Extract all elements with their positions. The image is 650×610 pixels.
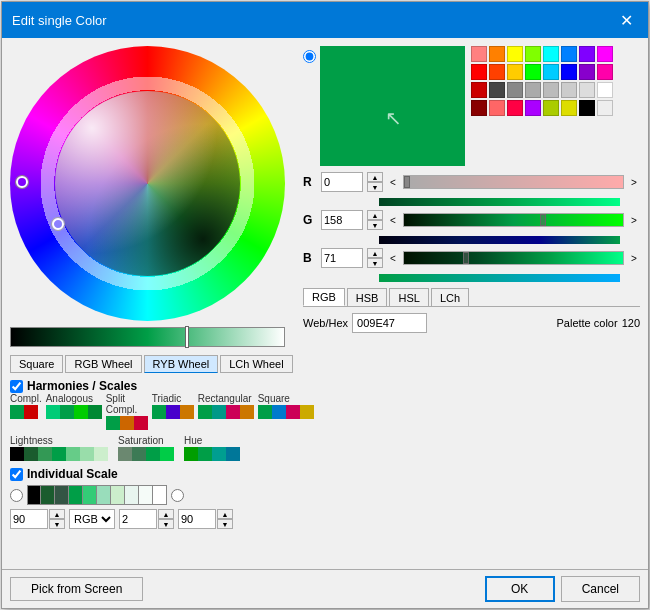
r-spin-down[interactable]: ▼	[367, 182, 383, 192]
individual-num2-input[interactable]	[119, 509, 157, 529]
pick-from-screen-button[interactable]: Pick from Screen	[10, 577, 143, 601]
b-track[interactable]	[403, 251, 624, 265]
color-swatch[interactable]	[597, 64, 613, 80]
ind-swatch[interactable]	[27, 485, 41, 505]
color-swatch[interactable]	[597, 46, 613, 62]
color-preview[interactable]: ↖	[320, 46, 465, 166]
color-swatch[interactable]	[471, 82, 487, 98]
b-input[interactable]	[321, 248, 363, 268]
harmony-split-swatches[interactable]	[106, 416, 148, 430]
gradient-bar[interactable]	[10, 327, 285, 347]
color-swatch[interactable]	[579, 82, 595, 98]
num2-spin-up[interactable]: ▲	[158, 509, 174, 519]
color-swatch[interactable]	[489, 64, 505, 80]
color-swatch[interactable]	[507, 46, 523, 62]
ind-swatch[interactable]	[69, 485, 83, 505]
harmony-analogous-swatches[interactable]	[46, 405, 102, 419]
web-hex-input[interactable]	[352, 313, 427, 333]
g-spin-down[interactable]: ▼	[367, 220, 383, 230]
hue-swatches[interactable]	[184, 447, 240, 461]
swatch[interactable]	[52, 447, 66, 461]
swatch[interactable]	[88, 405, 102, 419]
g-right-arrow[interactable]: >	[628, 210, 640, 230]
color-swatch[interactable]	[579, 46, 595, 62]
b-spin-up[interactable]: ▲	[367, 248, 383, 258]
r-input[interactable]	[321, 172, 363, 192]
color-model-dropdown[interactable]: RGB HSB HSL	[69, 509, 115, 529]
r-right-arrow[interactable]: >	[628, 172, 640, 192]
ind-swatch[interactable]	[97, 485, 111, 505]
ind-swatch[interactable]	[139, 485, 153, 505]
ind-swatch[interactable]	[41, 485, 55, 505]
tab-rgb-wheel[interactable]: RGB Wheel	[65, 355, 141, 373]
color-swatch[interactable]	[489, 46, 505, 62]
swatch[interactable]	[118, 447, 132, 461]
swatch[interactable]	[120, 416, 134, 430]
swatch[interactable]	[74, 405, 88, 419]
swatch[interactable]	[38, 447, 52, 461]
swatch[interactable]	[132, 447, 146, 461]
g-spin-up[interactable]: ▲	[367, 210, 383, 220]
swatch[interactable]	[152, 405, 166, 419]
color-swatch[interactable]	[489, 82, 505, 98]
ind-swatch[interactable]	[125, 485, 139, 505]
b-left-arrow[interactable]: <	[387, 248, 399, 268]
color-swatch[interactable]	[561, 100, 577, 116]
color-swatch[interactable]	[579, 100, 595, 116]
ind-swatch[interactable]	[55, 485, 69, 505]
gradient-bar-container[interactable]	[10, 327, 285, 349]
r-track[interactable]	[403, 175, 624, 189]
swatch[interactable]	[272, 405, 286, 419]
preview-radio[interactable]	[303, 50, 316, 63]
swatch[interactable]	[60, 405, 74, 419]
swatch[interactable]	[94, 447, 108, 461]
b-spin-down[interactable]: ▼	[367, 258, 383, 268]
color-swatch[interactable]	[525, 100, 541, 116]
individual-radio-left[interactable]	[10, 489, 23, 502]
individual-checkbox-label[interactable]: Individual Scale	[10, 467, 295, 481]
individual-num3-input[interactable]	[178, 509, 216, 529]
swatch[interactable]	[198, 405, 212, 419]
color-swatch[interactable]	[543, 82, 559, 98]
individual-checkbox[interactable]	[10, 468, 23, 481]
tab-lch-wheel[interactable]: LCh Wheel	[220, 355, 292, 373]
color-swatch[interactable]	[525, 82, 541, 98]
swatch[interactable]	[10, 405, 24, 419]
num2-spin-down[interactable]: ▼	[158, 519, 174, 529]
num3-spin-down[interactable]: ▼	[217, 519, 233, 529]
swatch[interactable]	[160, 447, 174, 461]
ind-swatch[interactable]	[111, 485, 125, 505]
swatch[interactable]	[212, 405, 226, 419]
num1-spin-up[interactable]: ▲	[49, 509, 65, 519]
color-swatch[interactable]	[525, 46, 541, 62]
swatch[interactable]	[106, 416, 120, 430]
swatch[interactable]	[184, 447, 198, 461]
swatch[interactable]	[80, 447, 94, 461]
r-spin-up[interactable]: ▲	[367, 172, 383, 182]
tab-hsb[interactable]: HSB	[347, 288, 388, 306]
color-swatch[interactable]	[579, 64, 595, 80]
g-left-arrow[interactable]: <	[387, 210, 399, 230]
individual-radio-right[interactable]	[171, 489, 184, 502]
swatch[interactable]	[180, 405, 194, 419]
color-swatch[interactable]	[471, 64, 487, 80]
tab-square[interactable]: Square	[10, 355, 63, 373]
swatch[interactable]	[258, 405, 272, 419]
swatch[interactable]	[286, 405, 300, 419]
close-button[interactable]: ✕	[614, 8, 638, 32]
swatch[interactable]	[46, 405, 60, 419]
swatch[interactable]	[146, 447, 160, 461]
swatch[interactable]	[134, 416, 148, 430]
color-swatch[interactable]	[543, 64, 559, 80]
color-swatch[interactable]	[597, 82, 613, 98]
r-left-arrow[interactable]: <	[387, 172, 399, 192]
harmony-compl-swatches[interactable]	[10, 405, 38, 419]
color-swatch[interactable]	[471, 100, 487, 116]
color-swatch[interactable]	[597, 100, 613, 116]
swatch[interactable]	[212, 447, 226, 461]
g-track[interactable]	[403, 213, 624, 227]
swatch[interactable]	[66, 447, 80, 461]
swatch[interactable]	[240, 405, 254, 419]
harmony-rectangular-swatches[interactable]	[198, 405, 254, 419]
color-swatch[interactable]	[561, 64, 577, 80]
